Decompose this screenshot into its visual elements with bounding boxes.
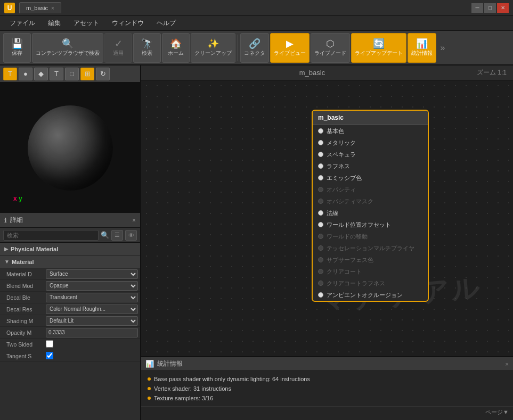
preview-btn-mesh[interactable]: T xyxy=(3,68,17,80)
preview-btn-sphere[interactable]: ● xyxy=(19,68,32,80)
toolbar-stats[interactable]: 📊 統計情報 xyxy=(408,33,436,63)
toolbar-livepreview[interactable]: ▶ ライブビュー xyxy=(270,33,310,63)
blend-mode-select[interactable]: Opaque Masked Translucent xyxy=(46,281,138,291)
pin-clearcoat xyxy=(318,269,323,274)
material-domain-select[interactable]: Surface Volume UI xyxy=(46,269,138,279)
tab-m-basic[interactable]: m_basic × xyxy=(19,2,61,13)
page-nav-label[interactable]: ページ▼ xyxy=(485,408,509,416)
shading-model-label: Shading M xyxy=(6,318,44,324)
collapse-arrow-material: ▼ xyxy=(4,259,10,265)
stats-bullet-1 xyxy=(148,377,151,381)
liveupdate-icon: 🔄 xyxy=(373,39,385,48)
liveupdate-label: ライブアップデート xyxy=(355,50,403,57)
collapse-arrow-physical: ▶ xyxy=(4,246,9,252)
pin-row-clearcoat: クリアコート xyxy=(313,266,428,277)
preview-btn-grid[interactable]: ⊞ xyxy=(80,68,94,80)
preview-btn-text[interactable]: T xyxy=(50,68,63,80)
eye-view-button[interactable]: 👁 xyxy=(125,230,137,241)
physical-material-section[interactable]: ▶ Physical Material xyxy=(0,243,140,256)
preview-btn-rotate[interactable]: ↻ xyxy=(96,68,110,80)
decal-response-label: Decal Res xyxy=(6,306,44,312)
stats-close-button[interactable]: × xyxy=(506,361,509,367)
tangent-space-value[interactable] xyxy=(46,352,138,360)
toolbar-apply[interactable]: ✓ 適用 xyxy=(104,33,132,63)
toolbar-connector[interactable]: 🔗 コネクタ xyxy=(240,33,269,63)
details-close-button[interactable]: × xyxy=(132,217,136,224)
menu-edit[interactable]: 編集 xyxy=(43,17,66,30)
list-view-button[interactable]: ☰ xyxy=(111,230,123,241)
pin-specular xyxy=(318,152,323,157)
pin-normal-label: 法線 xyxy=(327,209,338,217)
stats-footer: ページ▼ xyxy=(141,406,513,418)
pin-basecolor xyxy=(318,128,323,134)
pin-world-move xyxy=(318,234,323,239)
graph-header: m_basic ズーム 1:1 xyxy=(141,65,513,80)
material-section-header[interactable]: ▼ Material xyxy=(0,256,140,268)
material-node[interactable]: m_basic 基本色 メタリック スペキュラ ラフネス xyxy=(312,110,429,302)
blend-mode-value[interactable]: Opaque Masked Translucent xyxy=(46,281,138,291)
decal-blend-value[interactable]: Translucent Stain xyxy=(46,293,138,302)
menu-file[interactable]: ファイル xyxy=(4,17,40,30)
pin-metallic-label: メタリック xyxy=(327,139,356,147)
decal-blend-select[interactable]: Translucent Stain xyxy=(46,293,138,302)
menu-help[interactable]: ヘルプ xyxy=(151,17,181,30)
pin-ao xyxy=(318,292,323,298)
material-domain-value[interactable]: Surface Volume UI xyxy=(46,269,138,279)
toolbar-livenodes[interactable]: ⬡ ライブノード xyxy=(311,33,350,63)
save-label: 保存 xyxy=(12,50,22,57)
prop-tangent-space: Tangent S xyxy=(0,350,140,362)
physical-material-label: Physical Material xyxy=(11,246,58,252)
material-domain-label: Material D xyxy=(6,271,44,277)
cleanup-icon: ✨ xyxy=(207,39,219,48)
preview-btn-box[interactable]: □ xyxy=(65,68,79,80)
shading-model-value[interactable]: Default Lit Unlit Subsurface xyxy=(46,316,138,326)
opacity-mask-value[interactable] xyxy=(46,328,138,337)
prop-opacity-mask: Opacity M xyxy=(0,327,140,339)
stats-line-1: Base pass shader with only dynamic light… xyxy=(148,374,507,384)
menubar: ファイル 編集 アセット ウィンドウ ヘルプ xyxy=(0,16,513,31)
two-sided-checkbox[interactable] xyxy=(46,340,53,348)
save-icon: 💾 xyxy=(11,39,23,48)
graph-title: m_basic xyxy=(148,69,477,77)
preview-btn-diamond[interactable]: ◆ xyxy=(34,68,48,80)
pin-roughness-label: ラフネス xyxy=(327,162,350,170)
toolbar-content-browser[interactable]: 🔍 コンテンツブラウザで検索 xyxy=(32,33,103,63)
decal-response-value[interactable]: Color Normal Roughn... Color xyxy=(46,304,138,314)
graph-canvas[interactable]: マテリ アル m_basic 基本色 メタリック スペキュラ xyxy=(141,80,513,356)
opacity-mask-input[interactable] xyxy=(46,328,138,337)
menu-window[interactable]: ウィンドウ xyxy=(107,17,149,30)
preview-axes: x y xyxy=(13,195,22,202)
toolbar-cleanup[interactable]: ✨ クリーンアップ xyxy=(191,33,235,63)
pin-tessellation xyxy=(318,245,323,251)
minimize-button[interactable]: ─ xyxy=(471,3,483,13)
close-tab-icon[interactable]: × xyxy=(51,5,54,11)
prop-shading-model: Shading M Default Lit Unlit Subsurface xyxy=(0,315,140,327)
pin-opacity-mask xyxy=(318,199,323,204)
pin-subsurface xyxy=(318,257,323,262)
menu-asset[interactable]: アセット xyxy=(68,17,104,30)
tangent-space-checkbox[interactable] xyxy=(46,352,53,359)
pin-world-offset xyxy=(318,222,323,227)
prop-decal-blend: Decal Ble Translucent Stain xyxy=(0,292,140,303)
stats-content: Base pass shader with only dynamic light… xyxy=(141,371,513,406)
toolbar-save[interactable]: 💾 保存 xyxy=(3,33,31,63)
pin-row-tessellation: テッセレーションマルチプライヤ xyxy=(313,242,428,254)
toolbar-search[interactable]: 🔭 検索 xyxy=(133,33,161,63)
shading-model-select[interactable]: Default Lit Unlit Subsurface xyxy=(46,316,138,326)
pin-ao-label: アンビエントオクルージョン xyxy=(327,291,403,299)
home-label: ホーム xyxy=(168,50,184,57)
decal-response-select[interactable]: Color Normal Roughn... Color xyxy=(46,304,138,314)
pin-roughness xyxy=(318,163,323,169)
close-button[interactable]: ✕ xyxy=(497,3,509,13)
toolbar-home[interactable]: 🏠 ホーム xyxy=(162,33,190,63)
search-input[interactable] xyxy=(3,230,99,241)
pin-row-basecolor: 基本色 xyxy=(313,125,428,137)
pin-basecolor-label: 基本色 xyxy=(327,127,344,135)
search-label: 検索 xyxy=(142,50,152,57)
pin-normal xyxy=(318,210,323,216)
toolbar-more[interactable]: » xyxy=(437,33,448,63)
two-sided-value[interactable] xyxy=(46,340,138,349)
right-area: m_basic ズーム 1:1 マテリ アル m_basic 基本色 メタリック xyxy=(141,65,513,420)
toolbar-liveupdate[interactable]: 🔄 ライブアップデート xyxy=(351,33,406,63)
maximize-button[interactable]: □ xyxy=(484,3,496,13)
